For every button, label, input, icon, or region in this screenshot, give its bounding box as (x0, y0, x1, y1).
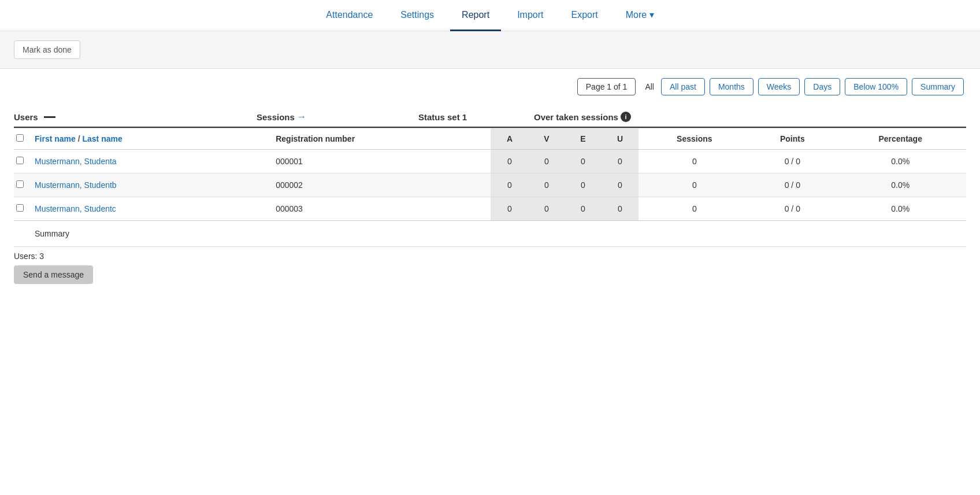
student-link-1[interactable]: Mustermann, Studentb (35, 180, 117, 190)
users-dash-icon (44, 116, 55, 118)
footer-section: Users: 3 Send a message (14, 247, 966, 293)
table-row: Mustermann, Studentb 000002 0 0 0 0 0 0 … (14, 173, 966, 197)
section-status-label: Status set 1 (418, 112, 467, 122)
row-v: 0 (528, 150, 565, 173)
header-first-name: First name / Last name (30, 128, 271, 150)
row-a: 0 (491, 150, 528, 173)
row-checkbox-cell (14, 173, 30, 197)
filter-below-100[interactable]: Below 100% (845, 78, 907, 95)
header-reg-number: Registration number (271, 128, 491, 150)
section-users: Users (14, 112, 257, 122)
nav-report[interactable]: Report (450, 1, 501, 31)
row-e: 0 (565, 197, 601, 221)
row-v: 0 (528, 173, 565, 197)
row-checkbox-2[interactable] (16, 204, 24, 212)
table-row: Mustermann, Studenta 000001 0 0 0 0 0 0 … (14, 150, 966, 173)
row-sessions: 0 (639, 197, 750, 221)
table-header-row: First name / Last name Registration numb… (14, 128, 966, 150)
summary-a (491, 221, 528, 247)
section-sessions: Sessions → (257, 112, 418, 122)
row-percentage: 0.0% (834, 173, 966, 197)
row-u: 0 (602, 197, 639, 221)
header-sessions: Sessions (639, 128, 750, 150)
section-headers: Users Sessions → Status set 1 Over taken… (14, 107, 966, 128)
row-name: Mustermann, Studentb (30, 173, 271, 197)
student-link-0[interactable]: Mustermann, Studenta (35, 157, 117, 166)
row-sessions: 0 (639, 150, 750, 173)
row-reg-number: 000002 (271, 173, 491, 197)
table-row: Mustermann, Studentc 000003 0 0 0 0 0 0 … (14, 197, 966, 221)
nav-attendance[interactable]: Attendance (314, 1, 384, 31)
last-name-sort[interactable]: Last name (82, 134, 122, 143)
summary-e (565, 221, 601, 247)
send-message-button[interactable]: Send a message (14, 265, 93, 284)
header-percentage: Percentage (834, 128, 966, 150)
summary-percentage (834, 221, 966, 247)
over-sessions-info-icon[interactable]: i (621, 112, 631, 122)
nav-export[interactable]: Export (559, 1, 609, 31)
row-checkbox-1[interactable] (16, 180, 24, 188)
nav-import[interactable]: Import (506, 1, 555, 31)
row-percentage: 0.0% (834, 197, 966, 221)
row-points: 0 / 0 (750, 150, 834, 173)
row-checkbox-cell (14, 197, 30, 221)
row-a: 0 (491, 197, 528, 221)
summary-u (602, 221, 639, 247)
main-content: Page 1 of 1 All All past Months Weeks Da… (0, 69, 980, 302)
row-percentage: 0.0% (834, 150, 966, 173)
filter-all-past[interactable]: All past (661, 78, 705, 95)
row-u: 0 (602, 173, 639, 197)
toolbar: Mark as done (0, 31, 980, 69)
student-link-2[interactable]: Mustermann, Studentc (35, 204, 116, 213)
nav-more[interactable]: More ▾ (614, 0, 666, 31)
sessions-arrow-icon: → (297, 112, 306, 122)
section-sessions-label: Sessions (257, 112, 295, 122)
navigation: Attendance Settings Report Import Export… (0, 0, 980, 31)
select-all-checkbox[interactable] (16, 134, 24, 142)
summary-v (528, 221, 565, 247)
row-points: 0 / 0 (750, 173, 834, 197)
section-over: Over taken sessions i (534, 112, 966, 122)
section-over-label: Over taken sessions (534, 112, 618, 122)
row-name: Mustermann, Studenta (30, 150, 271, 173)
filter-summary[interactable]: Summary (912, 78, 964, 95)
users-count: Users: 3 (14, 252, 966, 261)
row-e: 0 (565, 150, 601, 173)
summary-checkbox-cell (14, 221, 30, 247)
summary-sessions (639, 221, 750, 247)
row-checkbox-cell (14, 150, 30, 173)
row-sessions: 0 (639, 173, 750, 197)
section-users-label: Users (14, 112, 38, 122)
page-indicator: Page 1 of 1 (577, 78, 636, 95)
filter-weeks[interactable]: Weeks (758, 78, 800, 95)
filter-months[interactable]: Months (710, 78, 753, 95)
header-points: Points (750, 128, 834, 150)
first-name-sort[interactable]: First name (35, 134, 76, 143)
section-status: Status set 1 (418, 112, 534, 122)
header-a: A (491, 128, 528, 150)
all-label: All (645, 82, 654, 91)
nav-settings[interactable]: Settings (389, 1, 446, 31)
row-v: 0 (528, 197, 565, 221)
report-table: First name / Last name Registration numb… (14, 128, 966, 247)
summary-label: Summary (30, 221, 271, 247)
header-v: V (528, 128, 565, 150)
summary-points (750, 221, 834, 247)
row-u: 0 (602, 150, 639, 173)
row-e: 0 (565, 173, 601, 197)
row-checkbox-0[interactable] (16, 157, 24, 164)
filter-days[interactable]: Days (804, 78, 840, 95)
row-points: 0 / 0 (750, 197, 834, 221)
summary-row: Summary (14, 221, 966, 247)
filter-bar: Page 1 of 1 All All past Months Weeks Da… (14, 78, 966, 95)
row-reg-number: 000003 (271, 197, 491, 221)
header-u: U (602, 128, 639, 150)
header-e: E (565, 128, 601, 150)
header-checkbox-cell (14, 128, 30, 150)
mark-done-button[interactable]: Mark as done (14, 40, 80, 59)
row-a: 0 (491, 173, 528, 197)
summary-reg (271, 221, 491, 247)
row-name: Mustermann, Studentc (30, 197, 271, 221)
row-reg-number: 000001 (271, 150, 491, 173)
